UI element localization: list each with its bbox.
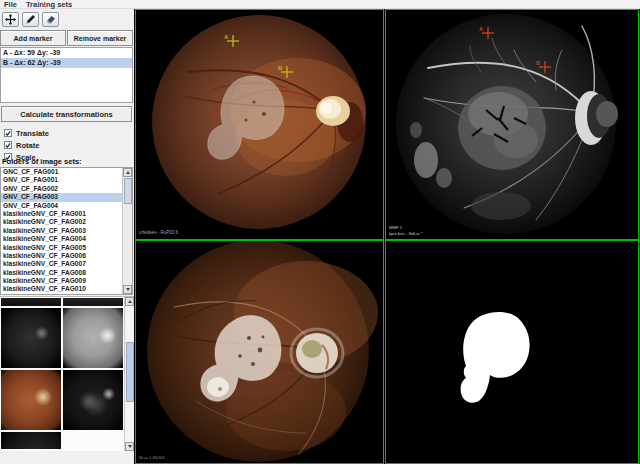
check-icon	[5, 142, 11, 149]
angiogram-image-panel[interactable]: A B MMF 1 kprs bes - SdLur *	[385, 9, 639, 240]
folder-list-scrollbar[interactable]	[122, 168, 132, 294]
folder-item-selected[interactable]: GNV_CF_FAG003	[1, 193, 123, 201]
menu-training-sets[interactable]: Training sets	[26, 0, 72, 9]
check-icon	[5, 130, 11, 137]
folder-item[interactable]: klasikineGNV_CF_FAG003	[1, 227, 123, 235]
thumbnail-panel	[0, 296, 134, 451]
menu-bar: File Training sets	[0, 0, 640, 9]
app-window: File Training sets	[0, 0, 640, 464]
folder-item[interactable]: klasikineGNV_CF_FAG009	[1, 277, 123, 285]
pen-tool-button[interactable]	[22, 12, 39, 27]
eraser-tool-button[interactable]	[42, 12, 59, 27]
move-icon	[5, 14, 16, 25]
rotate-checkbox[interactable]	[4, 141, 12, 149]
marker-row-a[interactable]: A - Δx: 59 Δy: -39	[1, 48, 132, 58]
thumbnail-partial[interactable]	[1, 432, 61, 449]
calculate-transformations-button[interactable]: Calculate transformations	[1, 106, 132, 122]
folder-item[interactable]: klasikineGNV_CF_FAG001	[1, 210, 123, 218]
folder-item[interactable]: GNV_CF_FAG002	[1, 185, 123, 193]
translate-checkbox[interactable]	[4, 129, 12, 137]
folder-item[interactable]: klasikineGNV_CF_FAG006	[1, 252, 123, 260]
folder-item[interactable]: GNC_CF_FAG001	[1, 168, 123, 176]
translate-label: Translate	[16, 129, 49, 138]
scrollbar-thumb[interactable]	[124, 178, 132, 204]
rotate-checkbox-row: Rotate	[4, 140, 39, 150]
image-annotation: urfedees - RuP03 6	[139, 230, 179, 235]
sidebar: Add marker Remove marker A - Δx: 59 Δy: …	[0, 9, 134, 464]
folder-item[interactable]: klasikineGNV_CF_FAG007	[1, 260, 123, 268]
lesion-mottled-region	[458, 86, 546, 170]
optic-disc	[316, 96, 350, 126]
segmentation-mask-panel[interactable]	[385, 240, 639, 464]
thumbnail-partial[interactable]	[63, 298, 123, 306]
scroll-down-icon[interactable]	[125, 442, 134, 451]
scroll-down-icon[interactable]	[123, 285, 132, 294]
thumbnail-scrollbar[interactable]	[124, 297, 134, 451]
folders-of-image-sets-label: Folders of image sets:	[2, 157, 82, 166]
marker-row-b[interactable]: B - Δx: 62 Δy: -39	[1, 58, 132, 68]
image-annotation: MMF 1	[389, 225, 403, 230]
rotate-label: Rotate	[16, 141, 39, 150]
image-annotation: kprs bes - SdLur *	[389, 231, 423, 236]
folder-item[interactable]: klasikineGNV_CF_FAG010	[1, 285, 123, 293]
add-marker-button[interactable]: Add marker	[0, 30, 66, 46]
menu-file[interactable]: File	[4, 0, 17, 9]
scroll-up-icon[interactable]	[125, 297, 134, 306]
color-fundus-image-panel[interactable]: A B urfedees - RuP03 6	[135, 9, 384, 240]
scrollbar-thumb[interactable]	[126, 342, 134, 402]
folder-item[interactable]: GNV_CF_FAG004	[1, 202, 123, 210]
translate-checkbox-row: Translate	[4, 128, 49, 138]
marker-label-b: B	[536, 60, 540, 66]
marker-label-a: A	[479, 26, 483, 32]
fundus-color-thumbnail[interactable]	[1, 370, 61, 430]
marker-label-a: A	[224, 34, 229, 40]
marker-list: A - Δx: 59 Δy: -39 B - Δx: 62 Δy: -39	[0, 47, 133, 103]
fundus-grayscale-thumbnail[interactable]	[63, 308, 123, 368]
folder-item[interactable]: klasikineGNV_CF_FAG008	[1, 269, 123, 277]
thumbnail-partial[interactable]	[1, 298, 61, 306]
fundus-angiogram-lesion-thumbnail[interactable]	[63, 370, 123, 430]
folder-item[interactable]: klasikineGNV_CF_FAG004	[1, 235, 123, 243]
scroll-up-icon[interactable]	[123, 168, 132, 177]
image-annotation: Nr ja 1-84203	[139, 455, 165, 460]
folder-item[interactable]: klasikineGNV_CF_FAG005	[1, 244, 123, 252]
color-fundus-overlay-panel[interactable]: Nr ja 1-84203	[135, 240, 384, 464]
pen-icon	[25, 14, 36, 25]
folder-list: GNC_CF_FAG001 GNV_CF_FAG001 GNV_CF_FAG00…	[0, 167, 133, 295]
folder-item[interactable]: GNV_CF_FAG001	[1, 176, 123, 184]
fundus-angiogram-dark-thumbnail[interactable]	[1, 308, 61, 368]
eraser-icon	[45, 14, 56, 25]
optic-disc-overlay	[291, 329, 343, 377]
remove-marker-button[interactable]: Remove marker	[67, 30, 133, 46]
move-tool-button[interactable]	[2, 12, 19, 27]
marker-label-b: B	[278, 65, 283, 71]
folder-item[interactable]: klasikineGNV_CF_FAG002	[1, 218, 123, 226]
toolbar	[2, 12, 59, 28]
